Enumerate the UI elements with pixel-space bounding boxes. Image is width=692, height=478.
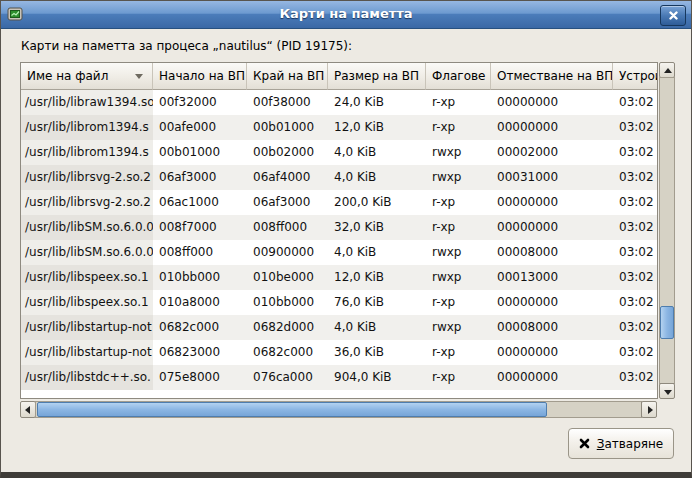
table-cell: 200,0 KiB — [328, 190, 426, 215]
column-header[interactable]: Устройство — [613, 63, 657, 90]
arrow-right-icon — [648, 406, 653, 414]
window-close-button[interactable] — [660, 5, 686, 26]
table-cell: 03:02 — [613, 290, 657, 315]
table-cell: 00b01000 — [247, 115, 328, 140]
table-cell: 00000000 — [491, 90, 613, 115]
table-cell: /usr/lib/libSM.so.6.0.0 — [21, 240, 153, 265]
vertical-scroll-thumb[interactable] — [660, 306, 674, 339]
table-cell: /usr/lib/libstartup-not — [21, 315, 153, 340]
table-row[interactable]: /usr/lib/libspeex.so.1010a8000010bb00076… — [21, 290, 657, 315]
table-cell: 00002000 — [491, 140, 613, 165]
scroll-right-button[interactable] — [641, 401, 657, 418]
memory-maps-dialog: Карти на паметта Карти на паметта за про… — [0, 0, 692, 478]
column-header[interactable]: Край на ВП — [247, 63, 328, 90]
close-dialog-button[interactable]: Затваряне — [568, 428, 674, 459]
table-cell: 0682c000 — [153, 315, 247, 340]
table-row[interactable]: /usr/lib/librom1394.s00afe00000b0100012,… — [21, 115, 657, 140]
system-monitor-icon[interactable] — [7, 6, 23, 22]
table-cell: 008ff000 — [153, 240, 247, 265]
table-cell: 00000000 — [491, 215, 613, 240]
scroll-down-button[interactable] — [659, 383, 675, 399]
column-header[interactable]: Отместване на ВП — [491, 63, 613, 90]
process-maps-label: Карти на паметта за процеса „nautilus“ (… — [21, 39, 352, 53]
table-row[interactable]: /usr/lib/libSM.so.6.0.0008ff000009000004… — [21, 240, 657, 265]
table-cell: 010bb000 — [153, 265, 247, 290]
table-cell: 00b02000 — [247, 140, 328, 165]
table-cell: 008ff000 — [247, 215, 328, 240]
table-cell: /usr/lib/libSM.so.6.0.0 — [21, 215, 153, 240]
column-header[interactable]: Начало на ВП — [153, 63, 247, 90]
table-cell: 00000000 — [491, 190, 613, 215]
table-row[interactable]: /usr/lib/libspeex.so.1010bb000010be00012… — [21, 265, 657, 290]
table-cell: r-xp — [426, 215, 491, 240]
table-cell: 00008000 — [491, 315, 613, 340]
table-cell: /usr/lib/librsvg-2.so.2 — [21, 165, 153, 190]
table-cell: 03:02 — [613, 115, 657, 140]
horizontal-scrollbar[interactable] — [20, 401, 657, 418]
table-row[interactable]: /usr/lib/libSM.so.6.0.0008f7000008ff0003… — [21, 215, 657, 240]
table-cell: 12,0 KiB — [328, 265, 426, 290]
table-cell: 00f38000 — [247, 90, 328, 115]
scroll-left-button[interactable] — [20, 401, 36, 418]
table-cell: 010bb000 — [247, 290, 328, 315]
table-row[interactable]: /usr/lib/libstartup-not068230000682c0003… — [21, 340, 657, 365]
table-row[interactable]: /usr/lib/libraw1394.so00f3200000f3800024… — [21, 90, 657, 115]
vertical-scrollbar[interactable] — [659, 62, 675, 399]
table-cell: 00000000 — [491, 365, 613, 390]
table-cell: 076ca000 — [247, 365, 328, 390]
column-header[interactable]: Име на файл — [21, 63, 153, 90]
table-cell: r-xp — [426, 115, 491, 140]
table-cell: 03:02 — [613, 315, 657, 340]
table-cell: 00031000 — [491, 165, 613, 190]
table-cell: 06af3000 — [153, 165, 247, 190]
table-cell: 03:02 — [613, 340, 657, 365]
table-cell: /usr/lib/libstartup-not — [21, 340, 153, 365]
table-row[interactable]: /usr/lib/libstdc++.so.075e8000076ca00090… — [21, 365, 657, 390]
arrow-up-icon — [664, 68, 672, 73]
table-cell: 0682c000 — [247, 340, 328, 365]
table-cell: 03:02 — [613, 140, 657, 165]
table-cell: 00900000 — [247, 240, 328, 265]
table-cell: /usr/lib/libspeex.so.1 — [21, 290, 153, 315]
table-cell: 075e8000 — [153, 365, 247, 390]
horizontal-scroll-thumb[interactable] — [37, 402, 547, 417]
table-cell: 4,0 KiB — [328, 165, 426, 190]
table-cell: 00013000 — [491, 265, 613, 290]
table-cell: 00f32000 — [153, 90, 247, 115]
column-header[interactable]: Размер на ВП — [328, 63, 426, 90]
table-cell: 03:02 — [613, 90, 657, 115]
table-row[interactable]: /usr/lib/libstartup-not0682c0000682d0004… — [21, 315, 657, 340]
table-cell: 06823000 — [153, 340, 247, 365]
table-cell: 03:02 — [613, 240, 657, 265]
close-button-label: Затваряне — [597, 437, 664, 451]
table-row[interactable]: /usr/lib/librsvg-2.so.206ac100006af30002… — [21, 190, 657, 215]
table-cell: 00000000 — [491, 115, 613, 140]
table-cell: 76,0 KiB — [328, 290, 426, 315]
table-cell: 32,0 KiB — [328, 215, 426, 240]
table-cell: rwxp — [426, 140, 491, 165]
table-cell: 12,0 KiB — [328, 115, 426, 140]
table-cell: /usr/lib/libraw1394.so — [21, 90, 153, 115]
column-header[interactable]: Флагове — [426, 63, 491, 90]
table-cell: /usr/lib/libspeex.so.1 — [21, 265, 153, 290]
scroll-up-button[interactable] — [659, 62, 675, 78]
table-row[interactable]: /usr/lib/librsvg-2.so.206af300006af40004… — [21, 165, 657, 190]
table-cell: 03:02 — [613, 365, 657, 390]
table-cell: r-xp — [426, 340, 491, 365]
table-cell: 00afe000 — [153, 115, 247, 140]
table-cell: /usr/lib/librom1394.s — [21, 115, 153, 140]
table-row[interactable]: /usr/lib/librom1394.s00b0100000b020004,0… — [21, 140, 657, 165]
table-cell: 00000000 — [491, 340, 613, 365]
table-cell: 24,0 KiB — [328, 90, 426, 115]
table-cell: /usr/lib/libstdc++.so. — [21, 365, 153, 390]
table-cell: rwxp — [426, 165, 491, 190]
table-cell: 03:02 — [613, 215, 657, 240]
table-cell: 36,0 KiB — [328, 340, 426, 365]
table-cell: 06af3000 — [247, 190, 328, 215]
table-cell: 03:02 — [613, 190, 657, 215]
table-header-row: Име на файлНачало на ВПКрай на ВПРазмер … — [21, 63, 657, 90]
close-x-icon — [579, 438, 590, 449]
table-cell: 4,0 KiB — [328, 240, 426, 265]
titlebar[interactable]: Карти на паметта — [1, 1, 691, 29]
table-cell: rwxp — [426, 240, 491, 265]
